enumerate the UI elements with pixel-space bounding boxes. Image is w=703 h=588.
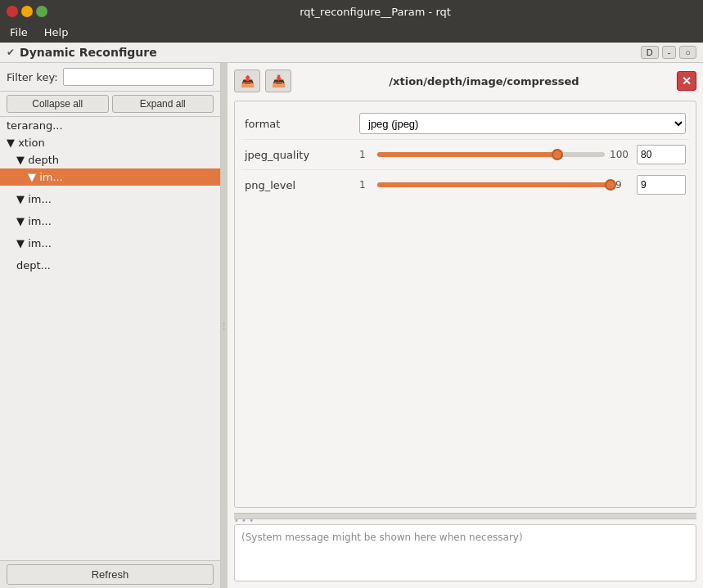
window-controls	[7, 6, 47, 17]
tree-item[interactable]: ▼ im...	[0, 213, 220, 230]
download-button[interactable]: 📥	[265, 70, 291, 92]
header-controls: D - ○	[641, 46, 696, 59]
jpeg-quality-thumb[interactable]	[552, 149, 563, 160]
tree-item[interactable]: terarang...	[0, 117, 220, 134]
png-level-slider-wrapper	[377, 182, 611, 187]
sidebar-resize-handle[interactable]: ⋮	[221, 63, 228, 588]
png-level-fill	[377, 182, 611, 187]
param-row-format: format jpeg (jpeg)png (png)	[241, 108, 689, 140]
info-button[interactable]: D	[641, 46, 659, 59]
param-row-jpeg-quality: jpeg_quality 1 100	[241, 140, 689, 170]
menu-bar: File Help	[0, 23, 703, 43]
tree-item[interactable]: ▼ im...	[0, 168, 220, 186]
collapse-all-button[interactable]: Collapse all	[7, 95, 109, 113]
panel-path: /xtion/depth/image/compressed	[296, 75, 672, 88]
vertical-divider[interactable]: • • •	[234, 513, 696, 519]
content-panel: 📤 📥 /xtion/depth/image/compressed ✕ form…	[228, 63, 703, 588]
tree-item[interactable]: ▼ xtion	[0, 134, 220, 151]
param-png-level-label: png_level	[245, 179, 351, 191]
status-message: (System message might be shown here when…	[241, 532, 523, 543]
param-format-select[interactable]: jpeg (jpeg)png (png)	[359, 113, 686, 134]
panel-close-button[interactable]: ✕	[677, 71, 696, 91]
upload-icon: 📤	[241, 74, 255, 88]
app-title: Dynamic Reconfigure	[20, 46, 157, 59]
app-header: ✔ Dynamic Reconfigure D - ○	[0, 43, 703, 63]
params-grid: format jpeg (jpeg)png (png) jpeg_quality…	[234, 101, 696, 508]
param-jpeg-quality-group: 1 100	[359, 149, 629, 160]
panel-header: 📤 📥 /xtion/depth/image/compressed ✕	[234, 70, 696, 96]
png-level-thumb[interactable]	[605, 179, 616, 191]
app-body: Filter key: Collapse all Expand all tera…	[0, 63, 703, 588]
param-jpeg-quality-max: 100	[610, 149, 629, 160]
param-format-label: format	[245, 118, 351, 130]
tree-item[interactable]: ▼ im...	[0, 191, 220, 208]
filter-label: Filter key:	[7, 71, 58, 83]
minimize-app-button[interactable]: -	[662, 46, 677, 59]
upload-button[interactable]: 📤	[234, 70, 260, 92]
close-button[interactable]	[7, 6, 18, 17]
tree-item[interactable]: ▼ im...	[0, 235, 220, 252]
jpeg-quality-track[interactable]	[377, 152, 605, 157]
refresh-button[interactable]: Refresh	[7, 564, 214, 585]
tree-item[interactable]: ▼ depth	[0, 151, 220, 168]
jpeg-quality-slider-wrapper	[377, 152, 605, 157]
status-bar: (System message might be shown here when…	[234, 524, 696, 581]
window-title: rqt_reconfigure__Param - rqt	[54, 6, 696, 18]
param-jpeg-quality-label: jpeg_quality	[245, 149, 351, 161]
expand-all-button[interactable]: Expand all	[112, 95, 214, 113]
param-png-level-min: 1	[359, 179, 372, 191]
title-bar: rqt_reconfigure__Param - rqt	[0, 0, 703, 23]
close-app-button[interactable]: ○	[679, 46, 696, 59]
maximize-button[interactable]	[36, 6, 47, 17]
app-icon: ✔	[7, 47, 15, 58]
close-icon: ✕	[682, 74, 692, 88]
sidebar: Filter key: Collapse all Expand all tera…	[0, 63, 221, 588]
filter-input[interactable]	[63, 68, 214, 86]
png-level-track[interactable]	[377, 182, 611, 187]
param-png-level-max: 9	[615, 179, 629, 191]
menu-help[interactable]: Help	[38, 25, 75, 40]
param-png-level-group: 1 9	[359, 179, 629, 191]
menu-file[interactable]: File	[3, 25, 34, 40]
refresh-bar: Refresh	[0, 560, 220, 588]
jpeg-quality-fill	[377, 152, 557, 157]
tree-area[interactable]: terarang...▼ xtion▼ depth▼ im...▼ im...▼…	[0, 117, 220, 560]
param-png-level-input[interactable]	[637, 175, 686, 195]
minimize-button[interactable]	[21, 6, 33, 17]
param-row-png-level: png_level 1 9	[241, 170, 689, 200]
filter-bar: Filter key:	[0, 63, 220, 92]
collapse-bar: Collapse all Expand all	[0, 92, 220, 117]
tree-item[interactable]: dept...	[0, 257, 220, 274]
app-container: ✔ Dynamic Reconfigure D - ○ Filter key: …	[0, 43, 703, 588]
param-jpeg-quality-min: 1	[359, 149, 372, 160]
param-jpeg-quality-input[interactable]	[637, 145, 686, 164]
download-icon: 📥	[272, 74, 286, 88]
